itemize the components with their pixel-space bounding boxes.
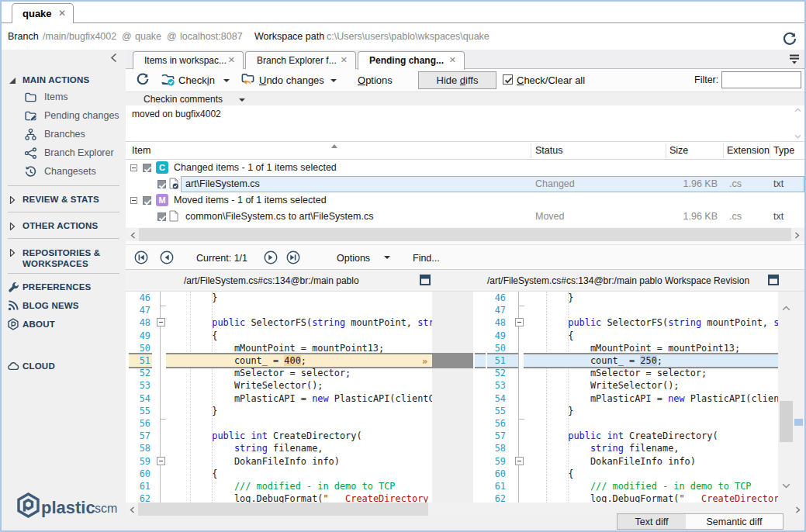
refresh-workspace-icon[interactable] [782, 31, 797, 47]
left-pane-horizontal-scrollbar[interactable] [126, 503, 473, 516]
code-line-49: 49 { [473, 330, 778, 342]
column-separator[interactable] [531, 143, 531, 158]
scroll-right-icon[interactable] [795, 506, 801, 513]
refresh-icon[interactable] [136, 72, 150, 87]
checkin-comment-box[interactable]: moved on bugfix4002 [126, 105, 804, 142]
checkin-button[interactable]: Checkin [178, 74, 215, 86]
undo-changes-button[interactable]: Undo changes [259, 74, 324, 86]
first-diff-button[interactable] [134, 250, 148, 264]
collapsed-triangle-icon[interactable] [9, 249, 16, 257]
last-diff-button[interactable] [286, 250, 300, 264]
scrollbar-thumb[interactable] [139, 228, 791, 241]
sidebar-section-main-actions[interactable]: MAIN ACTIONS [2, 71, 126, 90]
code-text: count_ = 400; [168, 354, 306, 367]
tab-branch-explorer-f[interactable]: Branch Explorer f...✕ [245, 51, 356, 69]
sidebar-section-about[interactable]: ABOUT [2, 315, 126, 333]
scroll-up-icon[interactable] [782, 306, 790, 311]
column-separator[interactable] [723, 143, 724, 158]
collapsed-triangle-icon[interactable] [9, 196, 16, 204]
fold-collapse-icon[interactable] [157, 457, 165, 465]
scroll-left-icon[interactable] [130, 506, 135, 513]
diff-options-dropdown-arrow[interactable] [384, 256, 390, 259]
left-code-pane[interactable]: 46 }4748 public SelectorFS(string mountP… [126, 292, 432, 503]
right-pane-maximize-icon[interactable] [768, 275, 779, 285]
fold-collapse-icon[interactable] [515, 318, 524, 326]
workspace-tab-quake[interactable]: quake ✕ [12, 3, 74, 23]
scroll-down-icon[interactable] [782, 483, 790, 489]
scrollbar-thumb[interactable] [780, 401, 793, 442]
sidebar-section-cloud[interactable]: CLOUD [2, 357, 126, 375]
previous-diff-button[interactable] [160, 250, 174, 264]
checkin-comments-header[interactable]: Checkin comments [126, 92, 804, 105]
filter-input[interactable] [721, 71, 801, 88]
column-header-size[interactable]: Size [669, 145, 688, 156]
pending-changes-table: ItemStatusSizeExtensionType CChanged ite… [126, 142, 804, 227]
right-vertical-scrollbar[interactable] [778, 292, 804, 503]
column-separator[interactable] [770, 143, 770, 158]
tab-items-in-workspac[interactable]: Items in workspac...✕ [133, 51, 244, 69]
table-row[interactable]: art\FileSystem.csChanged1.96 KB.cstxt [126, 176, 804, 192]
fold-collapse-icon[interactable] [515, 457, 524, 465]
row-checkbox[interactable] [143, 196, 151, 205]
sidebar-item-changesets[interactable]: Changesets [2, 163, 126, 181]
line-number: 52 [126, 367, 150, 379]
group-row-c[interactable]: CChanged items - 1 of 1 items selected [126, 160, 804, 176]
code-text: count_ = 250; [524, 354, 662, 367]
pending-changes-toolbar: Checkin Undo changes Options Hide diffs … [126, 69, 804, 92]
row-checkbox[interactable] [143, 164, 151, 172]
check-clear-all-checkbox[interactable] [503, 74, 513, 85]
comments-dropdown-arrow[interactable] [239, 98, 245, 102]
tab-pending-chang[interactable]: Pending chang...✕ [358, 51, 465, 70]
tab-close-icon[interactable]: ✕ [449, 55, 456, 65]
check-clear-all-label[interactable]: Check/Clear all [517, 74, 585, 86]
sidebar-item-branches[interactable]: Branches [2, 126, 126, 144]
sidebar-section-review-stats[interactable]: REVIEW & STATS [2, 191, 126, 209]
fold-region-end [160, 306, 166, 306]
sidebar-item-branch-explorer[interactable]: Branch Explorer [2, 144, 126, 163]
column-header-type[interactable]: Type [773, 145, 794, 156]
row-checkbox[interactable] [157, 180, 166, 188]
undo-dropdown-arrow[interactable] [330, 79, 337, 82]
sidebar-collapse-icon[interactable] [110, 53, 123, 65]
left-pane-maximize-icon[interactable] [420, 275, 431, 285]
tab-close-icon[interactable]: ✕ [228, 55, 235, 65]
workspace-tab-close-icon[interactable]: ✕ [58, 8, 66, 19]
next-diff-button[interactable] [264, 250, 278, 264]
code-text: { [168, 468, 217, 480]
column-header-item[interactable]: Item [132, 145, 150, 156]
sidebar-section-repositories-workspaces[interactable]: REPOSITORIES & WORKSPACES [2, 244, 126, 273]
find-button[interactable]: Find... [413, 253, 440, 264]
sidebar-section-blog-news[interactable]: BLOG NEWS [2, 296, 126, 315]
checkin-dropdown-arrow[interactable] [223, 79, 230, 82]
sidebar-section-preferences[interactable]: PREFERENCES [2, 278, 126, 296]
line-number: 46 [479, 292, 506, 304]
fold-collapse-icon[interactable] [157, 318, 165, 326]
sidebar-section-other-actions[interactable]: OTHER ACTIONS [2, 217, 126, 236]
expanded-triangle-icon[interactable] [9, 77, 16, 85]
comment-scrollbar[interactable] [794, 106, 803, 140]
scrollbar-thumb[interactable] [138, 503, 428, 516]
table-row[interactable]: common\FileSystem.cs to art\FileSystem.c… [126, 209, 804, 225]
collapse-expander-icon[interactable] [130, 164, 137, 171]
group-row-m[interactable]: MMoved items - 1 of 1 items selected [126, 192, 804, 209]
hide-diffs-button[interactable]: Hide diffs [418, 71, 496, 89]
right-code-pane[interactable]: 46 }4748 public SelectorFS(string mountP… [473, 292, 778, 503]
collapsed-triangle-icon[interactable] [9, 223, 16, 230]
sidebar-item-items[interactable]: Items [2, 88, 126, 107]
collapse-expander-icon[interactable] [130, 197, 137, 204]
tab-close-icon[interactable]: ✕ [341, 55, 348, 65]
column-header-status[interactable]: Status [535, 145, 562, 156]
options-button[interactable]: Options [358, 74, 393, 86]
column-header-extension[interactable]: Extension [727, 145, 770, 156]
scroll-left-icon[interactable] [130, 232, 136, 239]
panel-menu-icon[interactable] [789, 54, 800, 64]
table-horizontal-scrollbar[interactable] [126, 228, 804, 241]
text-diff-button[interactable]: Text diff [617, 513, 687, 530]
column-separator[interactable] [666, 143, 666, 158]
sidebar-item-pending-changes[interactable]: Pending changes [2, 107, 126, 126]
code-token: new [312, 393, 328, 404]
diff-options-button[interactable]: Options [337, 253, 370, 264]
row-checkbox[interactable] [157, 212, 166, 221]
scroll-right-icon[interactable] [794, 232, 800, 239]
semantic-diff-button[interactable]: Semantic diff [686, 513, 784, 530]
